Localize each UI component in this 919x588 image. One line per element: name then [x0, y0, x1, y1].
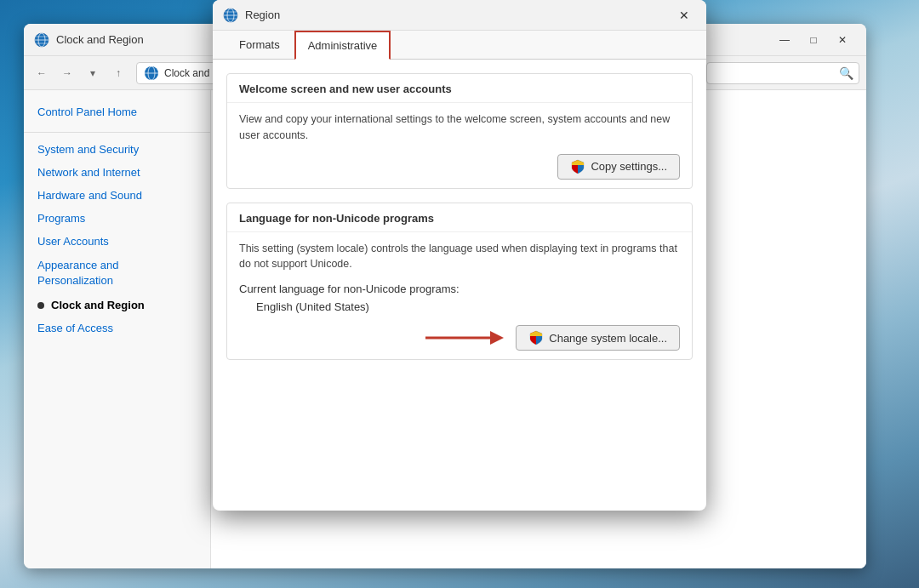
- cp-close-button[interactable]: ✕: [829, 29, 856, 51]
- tab-formats[interactable]: Formats: [226, 31, 293, 60]
- dialog-content: Welcome screen and new user accounts Vie…: [213, 60, 706, 387]
- sidebar-item-network-internet[interactable]: Network and Internet: [24, 161, 210, 184]
- sidebar-label-ease-access: Ease of Access: [37, 322, 113, 334]
- up-button[interactable]: ↑: [107, 62, 129, 84]
- sidebar-label-clock-region: Clock and Region: [51, 299, 145, 311]
- sidebar-label-system-security: System and Security: [37, 143, 139, 156]
- cp-globe-icon: [34, 32, 49, 48]
- search-icon: 🔍: [839, 66, 853, 80]
- change-locale-shield-icon: [528, 330, 544, 345]
- language-section-title: Language for non-Unicode programs: [227, 203, 692, 232]
- welcome-section-body: View and copy your international setting…: [227, 103, 692, 188]
- dialog-titlebar: Region ✕: [213, 0, 706, 31]
- sidebar-label-programs: Programs: [37, 212, 85, 225]
- welcome-section: Welcome screen and new user accounts Vie…: [226, 73, 693, 189]
- recent-button[interactable]: ▾: [82, 62, 104, 84]
- welcome-section-desc: View and copy your international setting…: [239, 111, 680, 144]
- language-section-body: This setting (system locale) controls th…: [227, 232, 692, 360]
- forward-button[interactable]: →: [56, 62, 78, 84]
- dialog-globe-icon: [223, 8, 238, 23]
- sidebar-home-link[interactable]: Control Panel Home: [24, 100, 210, 127]
- sidebar-item-appearance[interactable]: Appearance and Personalization: [24, 253, 210, 294]
- sidebar-label-hardware-sound: Hardware and Sound: [37, 189, 142, 202]
- sidebar-item-ease-access[interactable]: Ease of Access: [24, 317, 210, 340]
- sidebar-item-hardware-sound[interactable]: Hardware and Sound: [24, 184, 210, 207]
- current-lang-value: English (United States): [239, 300, 680, 313]
- sidebar-label-user-accounts: User Accounts: [37, 235, 109, 248]
- dialog-close-button[interactable]: ✕: [672, 3, 696, 27]
- language-section-desc: This setting (system locale) controls th…: [239, 241, 680, 273]
- copy-settings-shield-icon: [570, 159, 585, 174]
- copy-settings-label: Copy settings...: [591, 160, 667, 173]
- active-bullet: [37, 302, 44, 309]
- cp-sidebar: Control Panel Home System and Security N…: [24, 90, 211, 568]
- red-arrow-icon: [422, 326, 507, 350]
- region-dialog: Region ✕ Formats Administrative Welcome …: [213, 0, 706, 511]
- welcome-section-title: Welcome screen and new user accounts: [227, 74, 692, 103]
- svg-marker-14: [490, 331, 504, 345]
- dialog-tabs: Formats Administrative: [213, 31, 706, 60]
- change-system-locale-label: Change system locale...: [549, 332, 667, 345]
- arrow-svg: [422, 326, 507, 350]
- search-box[interactable]: 🔍: [706, 62, 859, 84]
- sidebar-item-programs[interactable]: Programs: [24, 207, 210, 230]
- dialog-title-text: Region: [245, 9, 672, 21]
- sidebar-label-network-internet: Network and Internet: [37, 166, 140, 179]
- cp-window-buttons: — □ ✕: [771, 29, 856, 51]
- change-locale-row: Change system locale...: [239, 325, 680, 351]
- sidebar-item-user-accounts[interactable]: User Accounts: [24, 230, 210, 253]
- tab-administrative[interactable]: Administrative: [294, 31, 391, 60]
- language-section: Language for non-Unicode programs This s…: [226, 203, 693, 361]
- sidebar-item-clock-region[interactable]: Clock and Region: [24, 294, 210, 317]
- sidebar-item-system-security[interactable]: System and Security: [24, 138, 210, 161]
- sidebar-label-appearance: Appearance and Personalization: [37, 258, 197, 288]
- change-system-locale-button[interactable]: Change system locale...: [516, 325, 680, 351]
- minimize-button[interactable]: —: [771, 29, 798, 51]
- sidebar-divider: [24, 132, 210, 133]
- welcome-btn-row: Copy settings...: [239, 154, 680, 180]
- back-button[interactable]: ←: [31, 62, 53, 84]
- maximize-button[interactable]: □: [800, 29, 827, 51]
- address-globe-icon: [144, 66, 159, 81]
- current-lang-label: Current language for non-Unicode program…: [239, 283, 680, 295]
- copy-settings-button[interactable]: Copy settings...: [557, 154, 680, 180]
